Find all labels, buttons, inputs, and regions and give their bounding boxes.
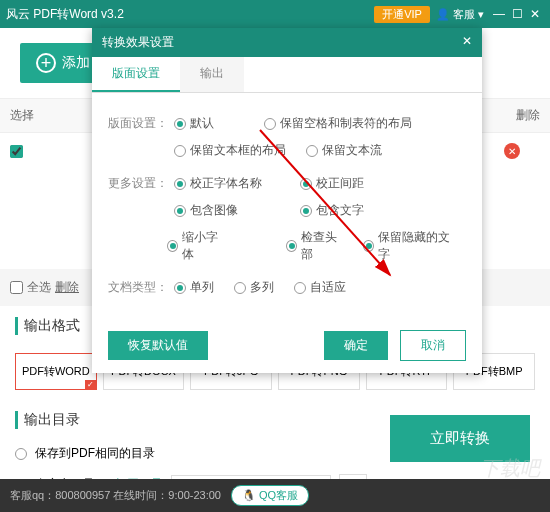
layout-label: 版面设置： — [108, 115, 168, 132]
col-select: 选择 — [10, 107, 60, 124]
select-all-label: 全选 — [27, 279, 51, 296]
tab-layout[interactable]: 版面设置 — [92, 57, 180, 92]
opt-default[interactable]: 默认 — [174, 115, 214, 132]
settings-modal: 转换效果设置 ✕ 版面设置 输出 版面设置： 默认 保留空格和制表符的布局 保留… — [92, 28, 482, 373]
plus-icon: + — [36, 53, 56, 73]
opt-keep-space[interactable]: 保留空格和制表符的布局 — [264, 115, 412, 132]
vip-button[interactable]: 开通VIP — [374, 6, 430, 23]
opt-image[interactable]: 包含图像 — [174, 202, 238, 219]
footer-info: 客服qq：800800957 在线时间：9:00-23:00 — [10, 488, 221, 503]
app-title: 风云 PDF转Word v3.2 — [6, 6, 374, 23]
select-all-checkbox[interactable] — [10, 281, 23, 294]
modal-close-icon[interactable]: ✕ — [462, 34, 472, 51]
opt-font[interactable]: 校正字体名称 — [174, 175, 262, 192]
dir-section-title: 输出目录 — [15, 411, 80, 429]
qq-support-button[interactable]: 🐧 QQ客服 — [231, 485, 309, 506]
opt-auto[interactable]: 自适应 — [294, 279, 346, 296]
same-dir-label: 保存到PDF相同的目录 — [35, 445, 155, 462]
user-label[interactable]: 👤 客服 ▾ — [436, 7, 484, 22]
row-checkbox[interactable] — [10, 145, 23, 158]
doc-label: 文档类型： — [108, 279, 168, 296]
cancel-button[interactable]: 取消 — [400, 330, 466, 361]
opt-single[interactable]: 单列 — [174, 279, 214, 296]
reset-button[interactable]: 恢复默认值 — [108, 331, 208, 360]
delete-row-icon[interactable]: ✕ — [504, 143, 520, 159]
delete-all-label[interactable]: 删除 — [55, 279, 79, 296]
opt-multi[interactable]: 多列 — [234, 279, 274, 296]
col-delete: 删除 — [490, 107, 540, 124]
ok-button[interactable]: 确定 — [324, 331, 388, 360]
opt-keep-textbox[interactable]: 保留文本框的布局 — [174, 142, 286, 159]
minimize-icon[interactable]: — — [490, 7, 508, 21]
close-icon[interactable]: ✕ — [526, 7, 544, 21]
opt-spacing[interactable]: 校正间距 — [300, 175, 364, 192]
more-label: 更多设置： — [108, 175, 168, 192]
opt-shrink[interactable]: 缩小字体 — [167, 229, 224, 263]
opt-text[interactable]: 包含文字 — [300, 202, 364, 219]
format-option[interactable]: PDF转WORD — [15, 353, 97, 390]
opt-header[interactable]: 检查头部 — [286, 229, 343, 263]
maximize-icon[interactable]: ☐ — [508, 7, 526, 21]
opt-keep-flow[interactable]: 保留文本流 — [306, 142, 382, 159]
format-section-title: 输出格式 — [15, 317, 80, 335]
radio-same-dir[interactable] — [15, 448, 27, 460]
opt-hidden[interactable]: 保留隐藏的文字 — [363, 229, 452, 263]
modal-title: 转换效果设置 — [102, 34, 174, 51]
convert-button[interactable]: 立即转换 — [390, 415, 530, 462]
tab-output[interactable]: 输出 — [180, 57, 244, 92]
